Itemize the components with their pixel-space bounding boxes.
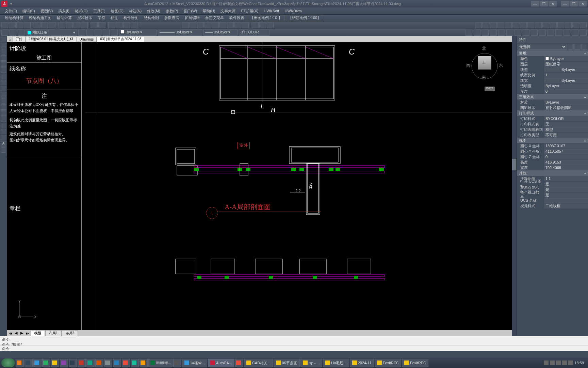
paste-icon[interactable] bbox=[74, 22, 80, 28]
pinned-app-13[interactable] bbox=[122, 359, 130, 367]
zoomprev-icon[interactable] bbox=[131, 22, 137, 28]
lineweight-dropdown[interactable]: —— ByLayer ▾ bbox=[203, 30, 238, 36]
array-icon[interactable] bbox=[505, 22, 512, 28]
task-item-9[interactable]: FoxitREC bbox=[402, 359, 428, 367]
maximize-button[interactable]: ❐ bbox=[540, 1, 548, 6]
prop-cz-value[interactable]: 0 bbox=[544, 154, 588, 159]
pan-icon[interactable] bbox=[108, 22, 115, 28]
osnap-end-icon[interactable] bbox=[466, 30, 472, 36]
output-scale[interactable]: 【出图比例 1:10 】 bbox=[248, 15, 284, 21]
viewcube[interactable]: 北 南 东 西 上 bbox=[468, 46, 502, 87]
prop-height-value[interactable]: 416.9153 bbox=[544, 160, 588, 165]
pinned-app-1[interactable] bbox=[16, 359, 24, 367]
prop-ucsvp-value[interactable]: 是 bbox=[544, 193, 588, 198]
m2-6[interactable]: 标注 bbox=[109, 15, 120, 20]
menu-help[interactable]: 帮助(H) bbox=[200, 9, 217, 14]
prop-annoscale-value[interactable]: 1:1 bbox=[544, 176, 588, 181]
open-icon[interactable] bbox=[9, 22, 16, 28]
osnap-ext-icon[interactable] bbox=[555, 30, 562, 36]
task-item-3[interactable]: CAD相关... bbox=[244, 359, 273, 367]
menu-file[interactable]: 文件(F) bbox=[3, 9, 19, 14]
m2-12[interactable]: 软件设置 bbox=[227, 15, 246, 20]
layout-next-icon[interactable]: ▶ bbox=[19, 331, 24, 335]
mtext-icon[interactable]: A bbox=[1, 141, 6, 147]
menu-window[interactable]: 窗口(W) bbox=[181, 9, 199, 14]
m2-8[interactable]: 结构绘图 bbox=[142, 15, 161, 20]
osnap-par-icon[interactable] bbox=[564, 30, 570, 36]
pinned-app-3[interactable] bbox=[33, 359, 42, 367]
osnap-non-icon[interactable] bbox=[572, 30, 578, 36]
tb-a[interactable] bbox=[182, 22, 189, 28]
minimize-button[interactable]: — bbox=[531, 1, 539, 6]
prop-plottable-value[interactable]: 无 bbox=[544, 122, 588, 127]
doc-tab-1[interactable]: 1#楼sk03 01 (冬晃光光灯)_t3 bbox=[26, 36, 76, 42]
section-misc[interactable]: 其他▴ bbox=[517, 170, 588, 176]
publish-icon[interactable] bbox=[49, 22, 55, 28]
copy-icon[interactable] bbox=[66, 22, 73, 28]
layer-dropdown[interactable]: 图纸目录▾ bbox=[26, 30, 77, 36]
m2-3[interactable]: 辅助计算 bbox=[55, 15, 74, 20]
pinned-app-5[interactable] bbox=[51, 359, 59, 367]
layout-first-icon[interactable]: ⏮ bbox=[7, 331, 13, 335]
pinned-app-12[interactable] bbox=[113, 359, 121, 367]
pinned-app-7[interactable] bbox=[69, 359, 77, 367]
maximize2-button[interactable]: ❐ bbox=[570, 1, 578, 6]
doc-tab-3[interactable]: 03门窗大样节点2024.11.03 bbox=[97, 36, 144, 42]
layer-mgr-icon[interactable] bbox=[1, 30, 8, 36]
osnap-cen-icon[interactable] bbox=[482, 30, 489, 36]
quickselect-icon[interactable] bbox=[568, 44, 574, 50]
viewcube-top[interactable]: 上 bbox=[478, 56, 491, 70]
minimize2-button[interactable]: — bbox=[561, 1, 569, 6]
plotstyle-dropdown[interactable]: BYCOLOR bbox=[239, 30, 270, 36]
menu-parametric[interactable]: 参数(P) bbox=[164, 9, 180, 14]
layer-iso-icon[interactable] bbox=[18, 30, 24, 36]
tb2-c[interactable] bbox=[103, 30, 110, 36]
pinned-app-4[interactable] bbox=[42, 359, 50, 367]
point-icon[interactable] bbox=[1, 110, 6, 116]
trim-icon[interactable] bbox=[542, 22, 549, 28]
close2-button[interactable]: ✕ bbox=[578, 1, 587, 6]
insert-icon[interactable] bbox=[1, 98, 6, 104]
explode-icon[interactable] bbox=[580, 22, 587, 28]
pinned-app-14[interactable] bbox=[131, 359, 139, 367]
wcs-badge[interactable]: WCS bbox=[485, 87, 495, 91]
menu-wentai[interactable]: 文泰大师 bbox=[218, 9, 238, 14]
prop-plotstyle-value[interactable]: BYCOLOR bbox=[544, 116, 588, 121]
menu-draw[interactable]: 绘图(D) bbox=[109, 9, 126, 14]
prop-ucsname-value[interactable] bbox=[544, 198, 588, 203]
cut-icon[interactable] bbox=[59, 22, 65, 28]
gradient-icon[interactable] bbox=[1, 123, 6, 128]
osnap-set-icon[interactable] bbox=[580, 30, 587, 36]
menu-format[interactable]: 格式(O) bbox=[73, 9, 90, 14]
tb-g[interactable] bbox=[227, 22, 234, 28]
layout-last-icon[interactable]: ⏭ bbox=[25, 331, 30, 335]
plot-icon[interactable] bbox=[34, 22, 40, 28]
save-icon[interactable] bbox=[16, 22, 23, 28]
pinned-app-8[interactable] bbox=[78, 359, 86, 367]
mirror-icon[interactable] bbox=[490, 22, 497, 28]
undo-icon[interactable] bbox=[91, 22, 98, 28]
osnap-tan-icon[interactable] bbox=[506, 30, 513, 36]
osnap-ins-icon[interactable] bbox=[539, 30, 546, 36]
scale-icon[interactable] bbox=[527, 22, 534, 28]
toggle-pv-icon[interactable] bbox=[581, 44, 587, 50]
m2-1[interactable]: 砼结构计算 bbox=[3, 15, 26, 20]
copyobj-icon[interactable] bbox=[483, 22, 489, 28]
system-tray[interactable]: 18:59 bbox=[544, 361, 587, 365]
prop-width-value[interactable]: 702.4068 bbox=[544, 165, 588, 170]
task-item-8[interactable]: FoxitREC bbox=[375, 359, 401, 367]
layout-prev-icon[interactable]: ◀ bbox=[13, 331, 19, 335]
doc-tab-2[interactable]: Drawings bbox=[77, 37, 97, 42]
hatch-icon[interactable] bbox=[1, 117, 6, 122]
layout-tab-1[interactable]: 布局1 bbox=[45, 330, 62, 336]
region-icon[interactable] bbox=[1, 129, 6, 134]
prop-plottype-value[interactable]: 不可用 bbox=[544, 133, 588, 138]
layout-tab-2[interactable]: 布局2 bbox=[62, 330, 78, 336]
m2-10[interactable]: 扩展编辑 bbox=[183, 15, 202, 20]
chamfer-icon[interactable] bbox=[572, 22, 579, 28]
block-icon[interactable] bbox=[1, 104, 6, 110]
ellipsearc-icon[interactable] bbox=[1, 92, 6, 97]
osnap-nea-icon[interactable] bbox=[514, 30, 521, 36]
vertical-scrollbar[interactable] bbox=[512, 36, 517, 336]
prop-shadow-value[interactable]: 投射和接收阴影 bbox=[544, 105, 588, 110]
